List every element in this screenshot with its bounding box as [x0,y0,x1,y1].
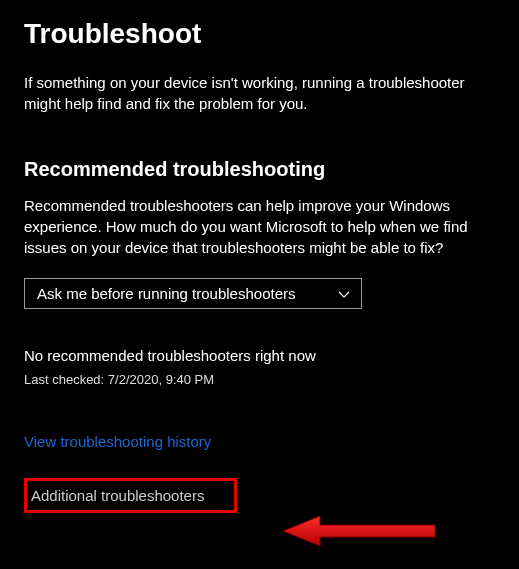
dropdown-selected-label: Ask me before running troubleshooters [37,285,295,302]
last-checked-text: Last checked: 7/2/2020, 9:40 PM [24,372,495,387]
troubleshooter-preference-dropdown[interactable]: Ask me before running troubleshooters [24,278,362,309]
intro-text: If something on your device isn't workin… [24,72,495,114]
page-title: Troubleshoot [24,18,495,50]
chevron-down-icon [337,287,351,301]
view-history-link[interactable]: View troubleshooting history [24,433,211,450]
recommended-description: Recommended troubleshooters can help imp… [24,195,495,258]
annotation-arrow [280,513,440,557]
additional-troubleshooters-link[interactable]: Additional troubleshooters [24,478,237,513]
recommended-status: No recommended troubleshooters right now [24,347,495,364]
recommended-heading: Recommended troubleshooting [24,158,495,181]
